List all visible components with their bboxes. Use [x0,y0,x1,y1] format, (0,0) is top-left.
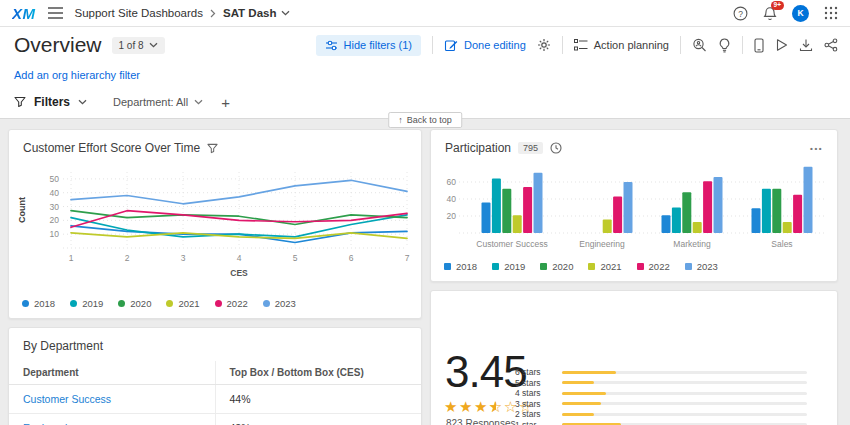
legend-label: 2018 [456,261,477,272]
page-title: Overview [14,33,102,57]
page-indicator-dropdown[interactable]: 1 of 8 [112,37,165,54]
help-icon[interactable]: ? [733,6,748,21]
distribution-track [562,402,807,405]
star-half-icon: ☆★ [489,398,504,416]
waffle-apps-icon[interactable] [824,6,838,20]
xm-logo[interactable]: XM [12,5,36,22]
legend-item-2020[interactable]: 2020 [540,261,573,272]
legend-swatch [263,300,270,307]
legend-label: 2020 [552,261,573,272]
legend-item-2023[interactable]: 2023 [263,298,296,309]
column-header-department: Department [9,361,215,385]
svg-text:40: 40 [447,194,457,204]
svg-text:CES: CES [230,268,248,278]
legend-item-2018[interactable]: 2018 [22,298,55,309]
svg-text:5: 5 [293,253,298,263]
notifications-bell-icon[interactable]: 9+ [763,6,777,21]
toolbar-actions: Hide filters (1) Done editing Action pla… [316,35,838,56]
legend-swatch [588,263,595,270]
options-menu-icon[interactable]: ••• [810,144,823,153]
legend-item-2022[interactable]: 2022 [215,298,248,309]
lightbulb-icon[interactable] [718,38,731,53]
org-hierarchy-row: Add an org hierarchy filter [14,65,140,85]
download-icon[interactable] [799,38,813,52]
distribution-track [562,381,807,384]
svg-text:20: 20 [447,211,457,221]
chevron-down-icon[interactable] [78,99,87,105]
ces-line-chart[interactable]: 12345671020304050CESCount [9,160,423,282]
legend-item-2021[interactable]: 2021 [588,261,621,272]
top-nav-actions: ? 9+ K [733,5,838,22]
legend-item-2019[interactable]: 2019 [492,261,525,272]
legend-swatch [685,263,692,270]
filters-bar: Filters Department: All + [14,87,230,117]
back-to-top-button[interactable]: ↑ Back to top [388,112,462,128]
participation-bar-chart[interactable]: 204060Customer SuccessEngineeringMarketi… [431,157,839,255]
divider [742,36,743,54]
svg-text:60: 60 [447,177,457,187]
breadcrumb: Support Site Dashboards SAT Dash [75,7,291,19]
satisfaction-rating-card: 3.45 ★★★☆★☆☆ 823 Responses 6 stars5 star… [430,290,838,425]
distribution-label: 2 stars [515,409,553,419]
hamburger-menu-icon[interactable] [48,7,63,19]
star-full-icon: ★ [474,398,489,416]
distribution-bar [562,371,616,374]
legend-swatch [492,263,499,270]
legend-swatch [215,300,222,307]
legend-item-2020[interactable]: 2020 [118,298,151,309]
back-to-top-label: Back to top [407,115,452,125]
distribution-bar [562,381,594,384]
page-indicator-label: 1 of 8 [119,40,144,51]
distribution-bar [562,413,594,416]
breadcrumb-separator-icon [210,9,216,18]
pencil-edit-icon [444,38,458,52]
hide-filters-button[interactable]: Hide filters (1) [316,35,421,56]
add-org-hierarchy-filter-link[interactable]: Add an org hierarchy filter [14,69,140,81]
widget-funnel-filter-icon[interactable] [207,143,218,154]
hide-filters-label: Hide filters (1) [344,39,412,51]
clock-icon[interactable] [550,142,562,154]
distribution-label: 1 star [515,420,553,425]
avatar[interactable]: K [792,5,809,22]
app-root: XM Support Site Dashboards SAT Dash ? 9+… [0,0,850,425]
action-planning-button[interactable]: Action planning [574,39,669,51]
page-header: Overview 1 of 8 Hide filters (1) Done ed… [0,27,850,119]
done-editing-button[interactable]: Done editing [444,38,526,52]
legend-label: 2020 [130,298,151,309]
legend-swatch [444,263,451,270]
breadcrumb-root[interactable]: Support Site Dashboards [75,7,204,19]
department-link[interactable]: Customer Success [9,385,215,414]
table-row: Engineering43% [9,414,421,425]
mobile-preview-icon[interactable] [754,38,764,53]
column-header-topbox: Top Box / Bottom Box (CES) [215,361,421,385]
legend-swatch [540,263,547,270]
distribution-label: 5 stars [515,378,553,388]
svg-text:Marketing: Marketing [673,239,711,249]
user-search-icon[interactable] [692,38,707,53]
filters-label[interactable]: Filters [34,95,70,109]
legend-item-2019[interactable]: 2019 [70,298,103,309]
play-present-icon[interactable] [775,38,788,52]
breadcrumb-current-dropdown[interactable]: SAT Dash [223,7,290,19]
department-filter-dropdown[interactable]: Department: All [113,96,203,108]
legend-label: 2018 [34,298,55,309]
legend-item-2022[interactable]: 2022 [637,261,670,272]
department-link[interactable]: Engineering [9,414,215,425]
distribution-track [562,413,807,416]
legend-item-2021[interactable]: 2021 [166,298,199,309]
legend-swatch [70,300,77,307]
notification-badge: 9+ [771,1,784,11]
department-filter-label: Department: All [113,96,188,108]
svg-text:50: 50 [50,174,60,184]
svg-text:2: 2 [125,253,130,263]
add-filter-button[interactable]: + [221,95,230,110]
divider [680,36,681,54]
svg-text:1: 1 [69,253,74,263]
gear-settings-icon[interactable] [537,38,551,52]
legend-swatch [118,300,125,307]
share-icon[interactable] [824,38,838,52]
legend-item-2018[interactable]: 2018 [444,261,477,272]
ces-card-header: Customer Effort Score Over Time [9,130,421,157]
legend-item-2023[interactable]: 2023 [685,261,718,272]
distribution-label: 6 stars [515,367,553,377]
